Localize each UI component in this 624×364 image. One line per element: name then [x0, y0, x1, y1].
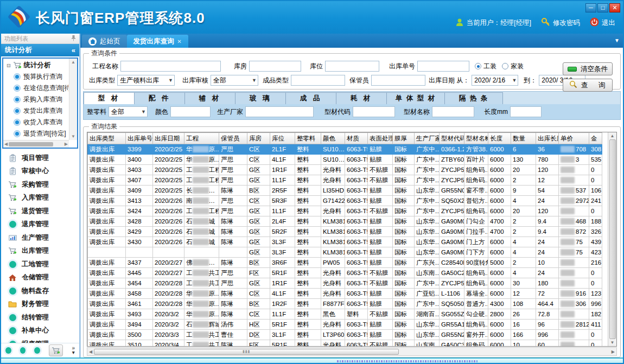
radio-jiazhuang[interactable]: 家装: [502, 62, 524, 71]
column-header-no[interactable]: 出库单号: [126, 133, 153, 144]
length-mm-input[interactable]: [510, 106, 542, 117]
column-header-color[interactable]: 颜色: [321, 133, 345, 144]
order-no-input[interactable]: [417, 61, 469, 72]
column-header-loc[interactable]: 库位: [270, 133, 295, 144]
table-row[interactable]: 调拨出库34582020/2/28华原…陈琳C区4L1F整料光身料6063-T5…: [88, 289, 602, 299]
sidebar-item[interactable]: 物料盘存: [1, 284, 79, 298]
tree-root-statistics[interactable]: ⊟ 统计分析: [4, 60, 68, 71]
column-header-price[interactable]: 单价: [559, 133, 589, 144]
table-horizontal-scrollbar[interactable]: ◀▮▮▮▶: [87, 347, 617, 356]
column-header-project[interactable]: 工程: [184, 133, 219, 144]
sidebar-item[interactable]: 退货管理: [1, 205, 79, 218]
profile-code-input[interactable]: [353, 106, 395, 117]
column-header-mfr[interactable]: 生产厂家: [415, 133, 440, 144]
sidebar-item[interactable]: 补单中心: [1, 324, 79, 338]
location-input[interactable]: [325, 61, 379, 72]
clear-conditions-button[interactable]: 清空条件: [563, 62, 613, 75]
table-row[interactable]: 调拨出库34932020/3/2华原…陈琳C区1L1F整料黑色塑料不贴膜国标湖南…: [88, 309, 602, 320]
table-vertical-scrollbar[interactable]: ▲▼: [608, 132, 616, 346]
sidebar-item[interactable]: 退库管理: [1, 218, 79, 232]
dot-icon[interactable]: [5, 347, 11, 354]
tree-item[interactable]: 发货出库查询: [4, 105, 68, 117]
column-header-code[interactable]: 型材代码: [440, 133, 464, 144]
table-row[interactable]: 调拨出库34542020/2/28工共工程严思G区1R1F整料光身料6063-T…: [88, 278, 602, 289]
collapse-icon[interactable]: «: [72, 46, 75, 54]
change-password-button[interactable]: 修改密码: [541, 17, 580, 28]
column-header-mat[interactable]: 材质: [345, 133, 368, 144]
material-tab[interactable]: 成 品: [285, 92, 336, 104]
more-options-button[interactable]: »▾: [72, 346, 75, 355]
material-tab[interactable]: 型 材: [84, 92, 135, 104]
material-tab[interactable]: 配 件: [134, 92, 185, 104]
sidebar-item[interactable]: 采购管理: [1, 178, 79, 191]
sidebar-item[interactable]: 财务管理: [1, 298, 79, 311]
configure-buttons-button[interactable]: [49, 344, 63, 356]
maximize-button[interactable]: □: [597, 3, 608, 12]
column-header-type[interactable]: 出库类型: [88, 133, 126, 144]
radio-gongzhuang[interactable]: 工装: [475, 62, 496, 71]
material-tab[interactable]: 耗 材: [336, 92, 387, 104]
tab-shipping-outbound-query[interactable]: 发货出库查询 ✕: [127, 35, 188, 48]
manufacturer-input[interactable]: [245, 106, 314, 117]
table-row[interactable]: 调拨出库34032020/2/25工工程严思G区1R1F整料光身料6063-T5…: [88, 165, 602, 175]
column-header-date[interactable]: 出库日期: [153, 133, 184, 144]
minimize-button[interactable]: ─: [585, 3, 596, 12]
sidebar-item[interactable]: 入库管理: [1, 191, 79, 205]
tree-item[interactable]: 收货入库查询: [4, 117, 68, 128]
search-button[interactable]: 查 询: [563, 79, 613, 92]
logout-button[interactable]: 退出: [590, 17, 615, 28]
tab-list-caret-icon[interactable]: ▼: [614, 37, 620, 43]
material-tab[interactable]: 隔 热 条: [444, 92, 503, 104]
table-row[interactable]: G区3L3F整料KLM38176063-T5贴膜国标山东华…GA90M09.门下…: [88, 247, 602, 258]
table-row[interactable]: 调拨出库34942020/3/2石辉城汤伟H区5R1F整料光身料6063-T5贴…: [88, 320, 602, 330]
column-header-amt[interactable]: 金: [589, 133, 602, 144]
column-header-whole[interactable]: 整零料: [295, 133, 321, 144]
pin-icon[interactable]: [71, 35, 76, 42]
table-row[interactable]: 调拨出库34002020/2/25华原…严思C区4L1F整料SU10…6063-…: [88, 155, 602, 165]
table-row[interactable]: 调拨出库34072020/2/25工工程严思G区1L1F整料光身料6063-T5…: [88, 175, 602, 186]
dot-icon[interactable]: [34, 347, 40, 354]
out-type-select[interactable]: 生产领料出库▼: [117, 75, 175, 86]
table-row[interactable]: 调拨出库35102020/3/4工共工程陈琳F区5R1F整料光身料6063-T5…: [88, 340, 602, 347]
tab-close-icon[interactable]: ✕: [177, 39, 182, 44]
tree-item[interactable]: 预算执行查询: [4, 71, 68, 82]
table-row[interactable]: 调拨出库34372020/2/27佛…陈琳B区3R6F整料PW056063-T5…: [88, 258, 602, 268]
table-row[interactable]: 调拨出库35002020/3/3工共工程曹佳D区3L1F整料LT3P606063…: [88, 330, 602, 340]
color-input[interactable]: [170, 106, 211, 117]
sidebar-item[interactable]: 审核中心: [1, 165, 79, 178]
whole-part-select[interactable]: 全部▼: [109, 106, 148, 117]
column-header-outlen[interactable]: 出库长度: [536, 133, 559, 144]
table-row[interactable]: 调拨出库34292020/2/26石城陈琳G区5R2F整料KLM38176063…: [88, 227, 602, 237]
table-row[interactable]: 调拨出库34242020/2/26工工程严思G区1L1F整料光身料6063-T5…: [88, 206, 602, 216]
sidebar-item[interactable]: 工地管理: [1, 258, 79, 271]
date-from-picker[interactable]: 2020/ 2/16▼: [472, 75, 518, 86]
column-header-name[interactable]: 型材名称: [464, 133, 488, 144]
tree-item[interactable]: 在途信息查询[待: [4, 82, 68, 94]
material-tab[interactable]: 单 体 型 材: [386, 92, 445, 104]
sidebar-item[interactable]: 出库管理: [1, 245, 79, 258]
table-row[interactable]: 调拨出库33992020/2/25华原…严思C区2L1F整料SU10…6063-…: [88, 144, 602, 155]
table-row[interactable]: 调拨出库34302020/2/26石城陈琳G区3L3F整料KLM38176063…: [88, 237, 602, 247]
column-header-len[interactable]: 长度: [488, 133, 511, 144]
table-row[interactable]: 调拨出库34452020/2/27工共工程严思F区5R1F整料光身料6063-T…: [88, 268, 602, 278]
tree-horizontal-scrollbar[interactable]: ◀▶: [3, 140, 69, 148]
sidebar-item[interactable]: 生产管理: [1, 231, 79, 245]
close-button[interactable]: ✕: [609, 3, 620, 12]
sidebar-item[interactable]: 结转管理: [1, 311, 79, 324]
table-row[interactable]: 调拨出库34612020/2/28华原…陈琳B区1R2F整料F8877FT606…: [88, 299, 602, 309]
table-row[interactable]: 调拨出库34282020/2/26石城陈琳G区2L4F整料KLM38176063…: [88, 216, 602, 227]
sidebar-item[interactable]: 报废管理: [1, 337, 79, 343]
profile-name-input[interactable]: [432, 106, 474, 117]
dot-icon[interactable]: [20, 347, 26, 354]
column-header-qty[interactable]: 数量: [511, 133, 536, 144]
tree-expander-icon[interactable]: ⊟: [7, 63, 11, 68]
tree-vertical-scrollbar[interactable]: ▲▼: [69, 59, 77, 140]
table-row[interactable]: 调拨出库34132020/2/26南…严思C区5R3F整料G714226063-…: [88, 196, 602, 206]
keeper-input[interactable]: [371, 75, 425, 86]
material-tab[interactable]: 玻 璃: [235, 92, 286, 104]
section-statistics[interactable]: 统计分析 «: [1, 44, 79, 56]
product-type-input[interactable]: [291, 75, 345, 86]
material-tab[interactable]: 辅 材: [184, 92, 235, 104]
audit-select[interactable]: 全部▼: [211, 75, 258, 86]
tree-item[interactable]: 采购入库查询: [4, 94, 68, 105]
